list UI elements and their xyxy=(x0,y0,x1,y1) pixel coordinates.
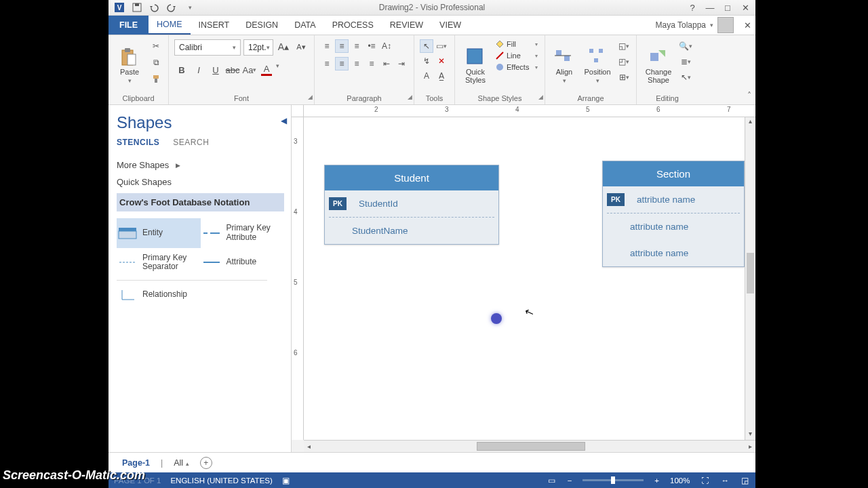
macro-record-icon[interactable]: ▣ xyxy=(282,476,290,485)
stencils-tab[interactable]: STENCILS xyxy=(117,138,159,147)
more-shapes-link[interactable]: More Shapes▶ xyxy=(117,157,284,174)
change-shape-button[interactable]: Change Shape xyxy=(642,39,675,92)
attribute-text[interactable]: attribute name xyxy=(603,240,744,266)
align-top-icon[interactable]: ≡ xyxy=(320,39,334,53)
horizontal-scrollbar[interactable]: ◂ ▸ xyxy=(304,440,755,452)
stencil-attribute[interactable]: Attribute xyxy=(201,248,285,278)
entity-section[interactable]: Section PK attribute name attribute name… xyxy=(602,161,745,267)
font-launcher-icon[interactable]: ◢ xyxy=(308,91,313,103)
strikethrough-button[interactable]: abc xyxy=(225,62,240,77)
fit-page-icon[interactable]: ⛶ xyxy=(700,476,711,485)
attribute-text[interactable]: attribute name xyxy=(630,186,744,213)
zoom-slider[interactable] xyxy=(583,479,644,481)
text-block-tool-icon[interactable]: A̲ xyxy=(435,69,448,83)
tab-home[interactable]: HOME xyxy=(149,16,191,35)
entity-row[interactable]: StudentName xyxy=(325,218,498,244)
effects-button[interactable]: Effects▾ xyxy=(494,62,539,72)
hscroll-thumb[interactable] xyxy=(477,442,585,451)
status-language[interactable]: ENGLISH (UNITED STATES) xyxy=(170,476,272,485)
stencil-relationship[interactable]: Relationship xyxy=(117,283,201,306)
attribute-text[interactable]: StudentName xyxy=(325,218,498,244)
presentation-mode-icon[interactable]: ▭ xyxy=(547,476,557,485)
scroll-left-icon[interactable]: ◂ xyxy=(304,441,314,452)
position-button[interactable]: Position▾ xyxy=(582,39,613,92)
font-color-button[interactable]: A xyxy=(259,62,274,77)
drawing-page[interactable]: Student PK StudentId StudentName Section xyxy=(304,117,745,440)
tab-view[interactable]: VIEW xyxy=(431,16,469,35)
stencil-pk-separator[interactable]: Primary Key Separator xyxy=(117,248,201,278)
increase-indent-icon[interactable]: ⇥ xyxy=(395,57,408,70)
layers-icon[interactable]: ≣▾ xyxy=(679,55,692,68)
attribute-text[interactable]: attribute name xyxy=(603,214,744,240)
underline-button[interactable]: U xyxy=(208,62,223,77)
minimize-icon[interactable]: — xyxy=(703,3,717,13)
stencil-pk-attribute[interactable]: Primary Key Attribute xyxy=(201,218,285,248)
justify-icon[interactable]: ≡ xyxy=(365,57,378,70)
decrease-indent-icon[interactable]: ⇤ xyxy=(380,57,393,70)
undo-icon[interactable] xyxy=(149,2,160,13)
paragraph-launcher-icon[interactable]: ◢ xyxy=(408,91,412,103)
italic-button[interactable]: I xyxy=(191,62,206,77)
connection-point-tool-icon[interactable]: ✕ xyxy=(435,54,448,68)
stencil-title[interactable]: Crow's Foot Database Notation xyxy=(117,193,284,211)
entity-student[interactable]: Student PK StudentId StudentName xyxy=(324,165,499,245)
add-page-button[interactable]: + xyxy=(200,457,212,469)
entity-row[interactable]: attribute name xyxy=(603,214,744,240)
tab-design[interactable]: DESIGN xyxy=(237,16,286,35)
bold-button[interactable]: B xyxy=(174,62,189,77)
entity-row[interactable]: PK attribute name xyxy=(603,186,744,213)
tab-insert[interactable]: INSERT xyxy=(191,16,238,35)
all-pages-button[interactable]: All ▴ xyxy=(174,458,189,468)
paste-button[interactable]: Paste ▾ xyxy=(114,39,145,92)
fit-width-icon[interactable]: ↔ xyxy=(720,476,731,485)
align-middle-icon[interactable]: ≡ xyxy=(335,39,349,53)
font-name-select[interactable]: Calibri▾ xyxy=(174,39,241,56)
text-tool-icon[interactable]: A xyxy=(420,69,433,83)
line-button[interactable]: Line▾ xyxy=(494,51,539,60)
send-back-icon[interactable]: ◰▾ xyxy=(617,55,631,68)
rectangle-tool-icon[interactable]: ▭▾ xyxy=(435,39,448,53)
scroll-up-icon[interactable]: ▴ xyxy=(745,117,755,127)
collapse-ribbon-icon[interactable]: ˄ xyxy=(747,91,751,100)
collapse-shapes-pane-icon[interactable]: ◀ xyxy=(281,116,287,125)
close-icon[interactable]: ✕ xyxy=(738,3,752,13)
quick-shapes-link[interactable]: Quick Shapes xyxy=(117,174,284,190)
zoom-percent[interactable]: 100% xyxy=(670,476,690,485)
select-icon[interactable]: ↖▾ xyxy=(679,70,692,84)
user-account[interactable]: Maya Tolappa ▾ xyxy=(650,16,740,35)
align-right-icon[interactable]: ≡ xyxy=(350,57,363,70)
help-icon[interactable]: ? xyxy=(686,3,699,13)
bullets-icon[interactable]: •≡ xyxy=(365,39,378,53)
maximize-icon[interactable]: □ xyxy=(721,3,734,13)
change-case-button[interactable]: Aa▾ xyxy=(242,62,257,77)
page-tab-1[interactable]: Page-1 xyxy=(122,458,150,468)
shape-styles-launcher-icon[interactable]: ◢ xyxy=(538,91,543,103)
text-direction-icon[interactable]: A↕ xyxy=(380,39,393,53)
group-icon[interactable]: ⊞▾ xyxy=(617,70,631,84)
entity-title[interactable]: Student xyxy=(325,165,498,190)
vertical-scrollbar[interactable]: ▴ ▾ xyxy=(745,117,755,440)
copy-icon[interactable]: ⧉ xyxy=(149,56,163,69)
zoom-in-icon[interactable]: + xyxy=(653,476,660,485)
close-document-icon[interactable]: ✕ xyxy=(739,16,755,35)
zoom-out-icon[interactable]: − xyxy=(566,476,574,485)
connector-tool-icon[interactable]: ↯ xyxy=(420,54,433,68)
format-painter-icon[interactable] xyxy=(149,72,163,85)
redo-icon[interactable] xyxy=(167,2,178,13)
tab-process[interactable]: PROCESS xyxy=(324,16,382,35)
attribute-text[interactable]: StudentId xyxy=(352,190,498,217)
stencil-entity[interactable]: Entity xyxy=(117,218,201,248)
grow-font-icon[interactable]: A▴ xyxy=(276,39,291,54)
entity-row[interactable]: attribute name xyxy=(603,240,744,266)
align-bottom-icon[interactable]: ≡ xyxy=(350,39,363,53)
zoom-slider-thumb[interactable] xyxy=(611,476,615,484)
pointer-tool-icon[interactable]: ↖ xyxy=(420,39,433,53)
scroll-down-icon[interactable]: ▾ xyxy=(745,430,755,440)
scroll-right-icon[interactable]: ▸ xyxy=(745,441,755,452)
search-tab[interactable]: SEARCH xyxy=(173,138,209,147)
entity-row[interactable]: PK StudentId xyxy=(325,190,498,217)
entity-title[interactable]: Section xyxy=(603,161,744,186)
align-center-icon[interactable]: ≡ xyxy=(335,57,349,70)
save-icon[interactable] xyxy=(132,2,142,13)
tab-data[interactable]: DATA xyxy=(286,16,323,35)
